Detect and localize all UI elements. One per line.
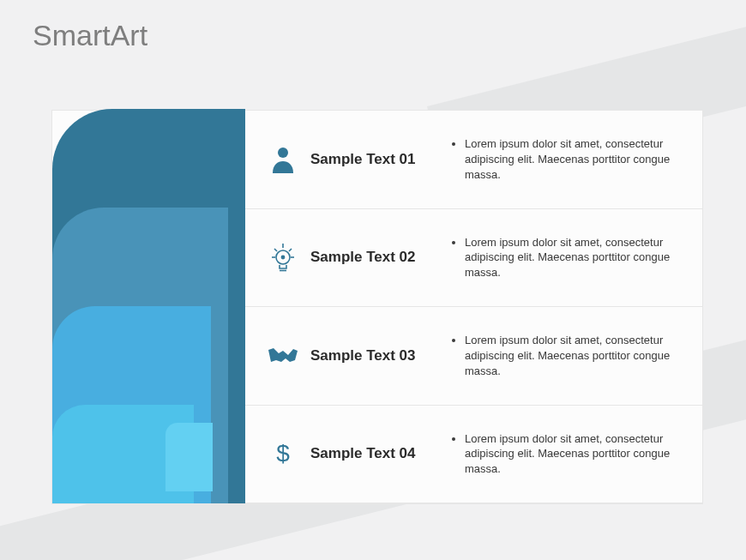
row-label: Sample Text 03 [305, 347, 451, 364]
row-label: Sample Text 04 [305, 445, 451, 462]
row-desc-text: Lorem ipsum dolor sit amet, consectetur … [465, 235, 690, 280]
svg-line-6 [274, 249, 277, 251]
lightbulb-icon [261, 242, 305, 273]
smartart-card: Sample Text 01 Lorem ipsum dolor sit ame… [51, 110, 703, 504]
row-desc-text: Lorem ipsum dolor sit amet, consectetur … [465, 431, 690, 477]
slide-title: SmartArt [33, 19, 147, 52]
list-item: Sample Text 03 Lorem ipsum dolor sit ame… [245, 307, 702, 406]
svg-text:$: $ [276, 440, 290, 467]
layer-shape-inner [165, 423, 213, 491]
row-desc: Lorem ipsum dolor sit amet, consectetur … [451, 431, 690, 477]
row-desc-text: Lorem ipsum dolor sit amet, consectetur … [465, 136, 690, 182]
rows-container: Sample Text 01 Lorem ipsum dolor sit ame… [245, 111, 702, 503]
row-desc: Lorem ipsum dolor sit amet, consectetur … [451, 235, 690, 280]
row-desc: Lorem ipsum dolor sit amet, consectetur … [451, 136, 690, 182]
list-item: Sample Text 02 Lorem ipsum dolor sit ame… [245, 209, 702, 308]
svg-point-2 [281, 256, 286, 260]
svg-line-7 [289, 249, 292, 251]
dollar-icon: $ [261, 439, 305, 468]
row-label: Sample Text 02 [305, 249, 451, 266]
row-label: Sample Text 01 [305, 151, 451, 168]
row-desc: Lorem ipsum dolor sit amet, consectetur … [451, 333, 690, 378]
svg-point-0 [278, 148, 288, 158]
list-item: $ Sample Text 04 Lorem ipsum dolor sit a… [245, 406, 702, 504]
handshake-icon [261, 345, 305, 367]
list-item: Sample Text 01 Lorem ipsum dolor sit ame… [245, 111, 702, 209]
row-desc-text: Lorem ipsum dolor sit amet, consectetur … [465, 333, 690, 378]
person-icon [261, 146, 305, 173]
